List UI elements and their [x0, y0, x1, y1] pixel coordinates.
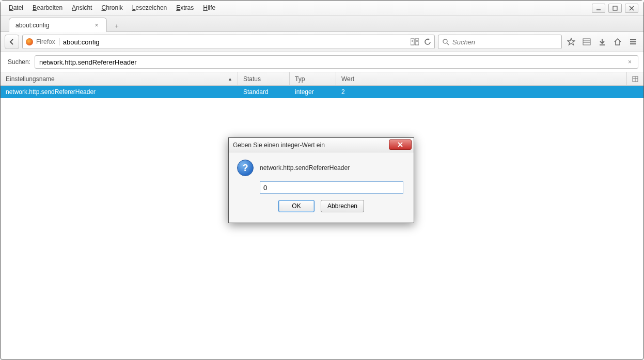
reload-icon[interactable] — [424, 38, 431, 45]
svg-point-10 — [443, 39, 447, 43]
dialog-pref-name: network.http.sendRefererHeader — [260, 164, 350, 171]
url-input[interactable] — [63, 38, 407, 46]
cancel-button[interactable]: Abbrechen — [321, 200, 364, 212]
reader-mode-icon[interactable] — [411, 38, 419, 45]
svg-rect-1 — [613, 6, 617, 10]
window-controls — [592, 4, 638, 13]
menu-bearbeiten[interactable]: Bearbeiten — [28, 3, 67, 13]
filter-input[interactable] — [39, 58, 626, 66]
sort-asc-icon: ▲ — [228, 76, 232, 82]
window-close-button[interactable] — [625, 4, 638, 13]
tab-title: about:config — [15, 22, 49, 29]
search-bar[interactable] — [438, 35, 562, 49]
filter-bar: Suchen: × — [1, 52, 643, 72]
menu-icon[interactable] — [627, 36, 639, 48]
dialog-body: ? network.http.sendRefererHeader OK Abbr… — [229, 152, 414, 223]
menu-ansicht[interactable]: Ansicht — [68, 3, 96, 13]
search-input[interactable] — [452, 38, 557, 46]
back-button[interactable] — [5, 35, 19, 49]
firefox-icon — [26, 38, 33, 45]
nav-toolbar: Firefox — [1, 32, 643, 52]
filter-label: Suchen: — [6, 58, 30, 66]
maximize-button[interactable] — [608, 4, 622, 13]
tab-close-button[interactable]: × — [93, 22, 100, 29]
bookmark-star-icon[interactable] — [565, 36, 577, 48]
svg-rect-12 — [583, 39, 590, 45]
search-icon — [443, 39, 449, 45]
dialog-title-text: Geben Sie einen integer-Wert ein — [233, 142, 325, 149]
question-icon: ? — [237, 160, 254, 176]
dialog-titlebar[interactable]: Geben Sie einen integer-Wert ein — [229, 138, 414, 152]
clear-filter-button[interactable]: × — [626, 58, 634, 66]
menu-chronik[interactable]: Chronik — [97, 3, 127, 13]
menu-extras[interactable]: Extras — [172, 3, 198, 13]
column-header-status[interactable]: Status — [238, 72, 290, 85]
url-bar[interactable]: Firefox — [22, 35, 435, 49]
close-icon — [397, 142, 403, 147]
column-header-value[interactable]: Wert — [336, 72, 627, 85]
dialog-close-button[interactable] — [389, 139, 412, 150]
column-header-type[interactable]: Typ — [290, 72, 336, 85]
column-header-name[interactable]: Einstellungsname ▲ — [1, 72, 238, 85]
tab-strip: about:config × ＋ — [1, 15, 643, 32]
identity-label: Firefox — [36, 38, 60, 45]
menu-lesezeichen[interactable]: Lesezeichen — [128, 3, 171, 13]
home-icon[interactable] — [611, 36, 624, 48]
tab-about-config[interactable]: about:config × — [9, 18, 107, 32]
menu-datei[interactable]: Datei — [5, 3, 27, 13]
cell-status: Standard — [238, 88, 290, 96]
column-picker-button[interactable] — [627, 72, 643, 85]
cell-type: integer — [290, 88, 336, 96]
browser-window: Datei Bearbeiten Ansicht Chronik Lesezei… — [0, 0, 644, 360]
dialog-value-input[interactable] — [260, 181, 403, 194]
table-header: Einstellungsname ▲ Status Typ Wert — [1, 72, 643, 86]
menu-hilfe[interactable]: Hilfe — [199, 3, 219, 13]
minimize-button[interactable] — [592, 4, 605, 13]
svg-line-11 — [447, 43, 449, 45]
table-row[interactable]: network.http.sendRefererHeader Standard … — [1, 86, 643, 98]
downloads-icon[interactable] — [596, 36, 608, 48]
svg-rect-5 — [415, 39, 419, 45]
cell-value: 2 — [336, 88, 643, 96]
svg-rect-4 — [411, 39, 414, 45]
cell-name: network.http.sendRefererHeader — [1, 88, 238, 96]
menu-bar: Datei Bearbeiten Ansicht Chronik Lesezei… — [1, 1, 643, 15]
new-tab-button[interactable]: ＋ — [110, 20, 123, 32]
filter-input-wrapper: × — [35, 55, 638, 69]
ok-button[interactable]: OK — [278, 200, 315, 212]
integer-prompt-dialog: Geben Sie einen integer-Wert ein ? netwo… — [228, 137, 414, 223]
arrow-left-icon — [8, 38, 15, 45]
sidebar-icon[interactable] — [580, 36, 593, 48]
